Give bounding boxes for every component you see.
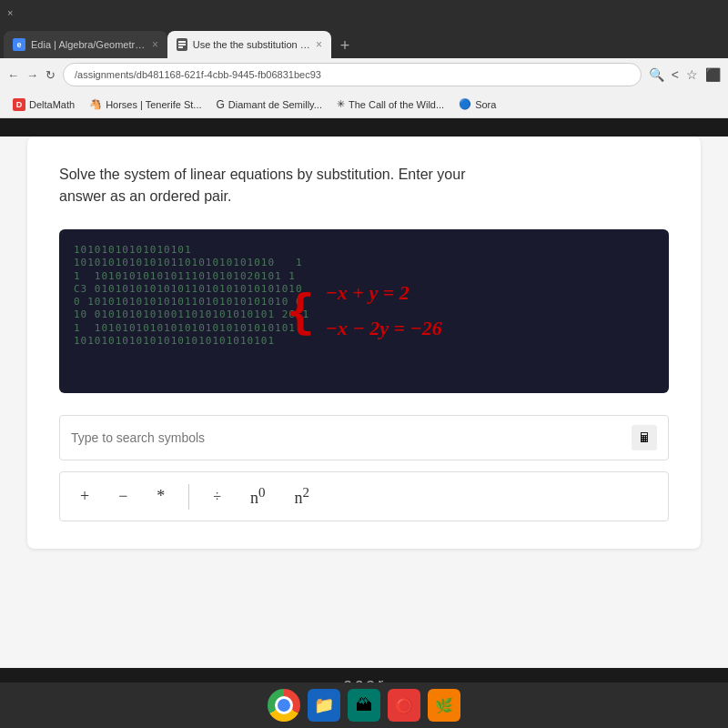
- folder-icon-glyph: 📁: [314, 695, 334, 715]
- tab-label-substitution: Use the the substitution method: [193, 39, 310, 50]
- bookmark-label-horses: Horses | Tenerife St...: [106, 99, 201, 110]
- bookmark-label-callofwild: The Call of the Wild...: [349, 99, 444, 110]
- tab-edia[interactable]: e Edia | Algebra/Geometry Prereq ×: [4, 31, 167, 58]
- bookmark-favicon-deltamath: D: [13, 98, 25, 111]
- taskbar-app-red-icon[interactable]: ⭕: [388, 689, 420, 722]
- sym-minus[interactable]: −: [113, 483, 133, 510]
- tab-substitution[interactable]: Use the the substitution method ×: [167, 31, 331, 58]
- new-tab-button[interactable]: +: [331, 33, 359, 58]
- symbol-keyboard: + − * ÷ n0 n2: [59, 471, 669, 521]
- equation-line-2: −x − 2y = −26: [326, 315, 442, 343]
- sym-n2[interactable]: n2: [289, 481, 316, 511]
- forward-button[interactable]: →: [26, 68, 38, 82]
- sym-n0[interactable]: n0: [245, 481, 271, 511]
- equations-list: −x + y = 2 −x − 2y = −26: [326, 279, 442, 343]
- calculator-icon[interactable]: 🖩: [632, 425, 657, 450]
- tab-label-edia: Edia | Algebra/Geometry Prereq: [31, 39, 147, 50]
- sym-times[interactable]: *: [151, 483, 170, 510]
- tab-favicon-substitution: [177, 38, 187, 51]
- reload-button[interactable]: ↻: [46, 68, 56, 82]
- system-brace: {: [286, 288, 314, 335]
- share-icon[interactable]: <: [672, 67, 679, 82]
- bookmark-favicon-horses: 🐴: [89, 98, 102, 110]
- url-text: /assignments/db481168-621f-4cbb-9445-fb0…: [75, 69, 321, 80]
- tab-close-substitution[interactable]: ×: [316, 38, 322, 51]
- bookmark-diamant[interactable]: G Diamant de Semilly...: [211, 96, 328, 113]
- address-icons: 🔍 < ☆ ⬛: [649, 67, 721, 82]
- tab-close-edia[interactable]: ×: [152, 38, 158, 51]
- taskbar: 📁 🏔 ⭕ 🌿: [0, 682, 728, 728]
- os-bar-text: ×: [7, 7, 13, 18]
- bookmark-deltamath[interactable]: D DeltaMath: [7, 96, 80, 113]
- bookmarks-bar: D DeltaMath 🐴 Horses | Tenerife St... G …: [0, 91, 728, 118]
- tab-bar: e Edia | Algebra/Geometry Prereq × Use t…: [0, 25, 728, 58]
- bookmark-label-deltamath: DeltaMath: [29, 99, 75, 110]
- svg-rect-0: [178, 41, 186, 43]
- bookmark-icon[interactable]: ☆: [686, 67, 698, 82]
- symbol-search-area[interactable]: 🖩: [59, 415, 669, 460]
- tab-favicon-edia: e: [13, 38, 25, 51]
- app-red-glyph: ⭕: [395, 697, 413, 714]
- extension-icon[interactable]: ⬛: [705, 67, 721, 82]
- app-orange-glyph: 🌿: [435, 697, 453, 714]
- svg-rect-2: [178, 46, 183, 48]
- page-content: Solve the system of linear equations by …: [0, 136, 728, 668]
- bookmark-label-diamant: Diamant de Semilly...: [228, 99, 322, 110]
- bookmark-callofwild[interactable]: ✳ The Call of the Wild...: [331, 96, 450, 112]
- bookmark-horses[interactable]: 🐴 Horses | Tenerife St...: [84, 96, 207, 112]
- bookmark-favicon-sora: 🔵: [459, 98, 471, 110]
- bookmark-sora[interactable]: 🔵 Sora: [453, 96, 501, 112]
- problem-text: Solve the system of linear equations by …: [59, 164, 669, 207]
- address-bar: ← → ↻ /assignments/db481168-621f-4cbb-94…: [0, 58, 728, 91]
- problem-text-line1: Solve the system of linear equations by …: [59, 167, 465, 182]
- sym-separator: [188, 484, 189, 510]
- sym-divide[interactable]: ÷: [207, 485, 227, 509]
- problem-text-line2: answer as an ordered pair.: [59, 188, 231, 204]
- matrix-display: 10101010101010101 1010101010101011010101…: [59, 229, 669, 393]
- symbol-search-input[interactable]: [71, 430, 632, 445]
- svg-rect-1: [178, 44, 186, 46]
- taskbar-app-orange-icon[interactable]: 🌿: [428, 689, 460, 722]
- main-card: Solve the system of linear equations by …: [27, 136, 701, 549]
- address-input[interactable]: /assignments/db481168-621f-4cbb-9445-fb0…: [63, 63, 642, 86]
- taskbar-photos-icon[interactable]: 🏔: [348, 689, 380, 722]
- back-button[interactable]: ←: [7, 68, 19, 82]
- os-bar: ×: [0, 0, 728, 25]
- taskbar-chrome-icon[interactable]: [268, 689, 300, 722]
- bookmark-favicon-callofwild: ✳: [337, 98, 345, 110]
- sym-plus[interactable]: +: [75, 483, 95, 510]
- photos-icon-glyph: 🏔: [356, 696, 372, 715]
- equations-overlay: { −x + y = 2 −x − 2y = −26: [286, 279, 442, 343]
- equation-system: { −x + y = 2 −x − 2y = −26: [286, 279, 442, 343]
- bookmark-favicon-diamant: G: [217, 98, 225, 111]
- taskbar-folder-icon[interactable]: 📁: [308, 689, 340, 722]
- search-icon[interactable]: 🔍: [649, 67, 664, 82]
- bookmark-label-sora: Sora: [475, 99, 496, 110]
- equation-line-1: −x + y = 2: [326, 279, 442, 308]
